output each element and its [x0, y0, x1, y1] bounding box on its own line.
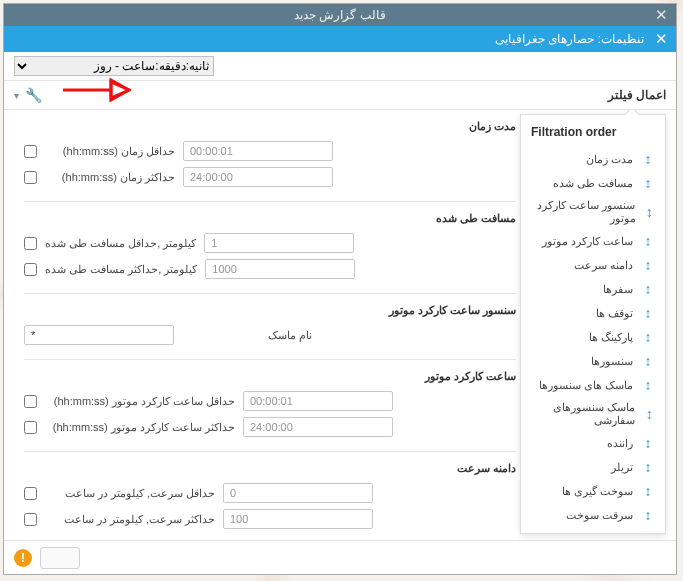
row-mask: نام ماسک: [24, 325, 516, 345]
drag-handle-icon[interactable]: ↕: [641, 483, 655, 499]
time-format-select[interactable]: ثانیه:دقیقه:ساعت - روز: [14, 56, 214, 76]
min-duration-input[interactable]: [183, 141, 333, 161]
section-speed: دامنه سرعت حداقل سرعت, کیلومتر در ساعت ح…: [24, 462, 516, 543]
filtration-item-label: مدت زمان: [586, 153, 633, 166]
filtration-item-label: ساعت کارکرد موتور: [542, 235, 633, 248]
filtration-item-label: دامنه سرعت: [574, 259, 633, 272]
filtration-item[interactable]: ↕سنسور ساعت کارکرد موتور: [531, 195, 655, 229]
drag-handle-icon[interactable]: ↕: [641, 353, 655, 369]
section-mileage: مسافت طی شده کیلومتر ,حداقل مسافت طی شده…: [24, 212, 516, 294]
max-mileage-input[interactable]: [205, 259, 355, 279]
section-title: دامنه سرعت: [24, 462, 516, 475]
drag-handle-icon[interactable]: ↕: [643, 406, 655, 422]
subheader: تنظیمات: حصارهای جغرافیایی ✕: [4, 26, 676, 52]
drag-handle-icon[interactable]: ↕: [641, 329, 655, 345]
max-mileage-check[interactable]: [24, 263, 37, 276]
filtration-item-label: سوخت گیری ها: [562, 485, 633, 498]
min-engine-check[interactable]: [24, 395, 37, 408]
close-icon[interactable]: ✕: [655, 6, 668, 24]
filtration-item-label: سنسورها: [591, 355, 633, 368]
titlebar: قالب گزارش جدید ✕: [4, 4, 676, 26]
filtration-item[interactable]: ↕دامنه سرعت: [531, 253, 655, 277]
filtration-order-panel: Filtration order ↕مدت زمان↕مسافت طی شده↕…: [520, 114, 666, 534]
row-min-duration: حداقل زمان (hh:mm:ss): [24, 141, 516, 161]
format-row: ثانیه:دقیقه:ساعت - روز: [4, 52, 676, 81]
max-engine-input[interactable]: [243, 417, 393, 437]
row-min-mileage: کیلومتر ,حداقل مسافت طی شده: [24, 233, 516, 253]
drag-handle-icon[interactable]: ↕: [641, 377, 655, 393]
min-duration-check[interactable]: [24, 145, 37, 158]
drag-handle-icon[interactable]: ↕: [644, 204, 656, 220]
chevron-down-icon[interactable]: ▾: [14, 90, 19, 101]
min-speed-label: حداقل سرعت, کیلومتر در ساعت: [45, 487, 215, 500]
max-duration-check[interactable]: [24, 171, 37, 184]
subheader-title: تنظیمات: حصارهای جغرافیایی: [495, 32, 644, 46]
row-max-speed: حداکثر سرعت, کیلومتر در ساعت: [24, 509, 516, 529]
annotation-arrow: [61, 77, 131, 103]
max-engine-label: حداکثر ساعت کارکرد موتور (hh:mm:ss): [45, 421, 235, 434]
filtration-item[interactable]: ↕راننده: [531, 431, 655, 455]
drag-handle-icon[interactable]: ↕: [641, 175, 655, 191]
min-mileage-input[interactable]: [204, 233, 354, 253]
drag-handle-icon[interactable]: ↕: [641, 233, 655, 249]
filtration-item-label: ماسک سنسورهای سفارشی: [531, 401, 635, 427]
drag-handle-icon[interactable]: ↕: [641, 151, 655, 167]
close-settings-icon[interactable]: ✕: [655, 30, 668, 48]
footer-button[interactable]: [40, 547, 80, 569]
section-title: مسافت طی شده: [24, 212, 516, 225]
row-max-duration: حداکثر زمان (hh:mm:ss): [24, 167, 516, 187]
filter-bar[interactable]: اعمال فیلتر 🔧 ▾: [4, 81, 676, 110]
mask-input[interactable]: [24, 325, 174, 345]
dropdown-title: Filtration order: [531, 125, 655, 139]
drag-handle-icon[interactable]: ↕: [641, 507, 655, 523]
min-mileage-check[interactable]: [24, 237, 37, 250]
filtration-item[interactable]: ↕سرقت سوخت: [531, 503, 655, 527]
filtration-item[interactable]: ↕تریلر: [531, 455, 655, 479]
filtration-item[interactable]: ↕ماسک های سنسورها: [531, 373, 655, 397]
content: مدت زمان حداقل زمان (hh:mm:ss) حداکثر زم…: [4, 110, 676, 574]
max-duration-input[interactable]: [183, 167, 333, 187]
drag-handle-icon[interactable]: ↕: [641, 435, 655, 451]
max-engine-check[interactable]: [24, 421, 37, 434]
filtration-item[interactable]: ↕ساعت کارکرد موتور: [531, 229, 655, 253]
filtration-item-label: راننده: [607, 437, 633, 450]
drag-handle-icon[interactable]: ↕: [641, 257, 655, 273]
drag-handle-icon[interactable]: ↕: [641, 281, 655, 297]
warning-icon[interactable]: !: [14, 549, 32, 567]
section-engine-hours: ساعت کارکرد موتور حداقل ساعت کارکرد موتو…: [24, 370, 516, 452]
filtration-item[interactable]: ↕پارکینگ ها: [531, 325, 655, 349]
min-duration-label: حداقل زمان (hh:mm:ss): [45, 145, 175, 158]
filtration-item[interactable]: ↕ماسک سنسورهای سفارشی: [531, 397, 655, 431]
footer: !: [4, 540, 676, 574]
min-speed-check[interactable]: [24, 487, 37, 500]
min-engine-label: حداقل ساعت کارکرد موتور (hh:mm:ss): [45, 395, 235, 408]
filtration-item[interactable]: ↕سفرها: [531, 277, 655, 301]
filtration-item-label: سنسور ساعت کارکرد موتور: [531, 199, 636, 225]
max-speed-label: حداکثر سرعت, کیلومتر در ساعت: [45, 513, 215, 526]
max-speed-check[interactable]: [24, 513, 37, 526]
dialog: قالب گزارش جدید ✕ تنظیمات: حصارهای جغراف…: [3, 3, 677, 575]
wrench-icon[interactable]: 🔧: [25, 87, 42, 103]
row-max-engine: حداکثر ساعت کارکرد موتور (hh:mm:ss): [24, 417, 516, 437]
drag-handle-icon[interactable]: ↕: [641, 305, 655, 321]
max-duration-label: حداکثر زمان (hh:mm:ss): [45, 171, 175, 184]
filtration-item-label: ماسک های سنسورها: [539, 379, 633, 392]
row-max-mileage: کیلومتر ,حداکثر مسافت طی شده: [24, 259, 516, 279]
filtration-item-label: سرقت سوخت: [566, 509, 633, 522]
filtration-item-label: توقف ها: [596, 307, 633, 320]
mask-label: نام ماسک: [182, 329, 312, 342]
section-title: مدت زمان: [24, 120, 516, 133]
filtration-item[interactable]: ↕سنسورها: [531, 349, 655, 373]
section-title: ساعت کارکرد موتور: [24, 370, 516, 383]
row-min-engine: حداقل ساعت کارکرد موتور (hh:mm:ss): [24, 391, 516, 411]
filtration-item[interactable]: ↕سوخت گیری ها: [531, 479, 655, 503]
section-engine-sensor: سنسور ساعت کارکرد موتور نام ماسک: [24, 304, 516, 360]
filtration-item[interactable]: ↕مدت زمان: [531, 147, 655, 171]
filtration-item[interactable]: ↕توقف ها: [531, 301, 655, 325]
filtration-item[interactable]: ↕مسافت طی شده: [531, 171, 655, 195]
min-engine-input[interactable]: [243, 391, 393, 411]
filtration-item-label: پارکینگ ها: [589, 331, 633, 344]
max-speed-input[interactable]: [223, 509, 373, 529]
drag-handle-icon[interactable]: ↕: [641, 459, 655, 475]
min-speed-input[interactable]: [223, 483, 373, 503]
